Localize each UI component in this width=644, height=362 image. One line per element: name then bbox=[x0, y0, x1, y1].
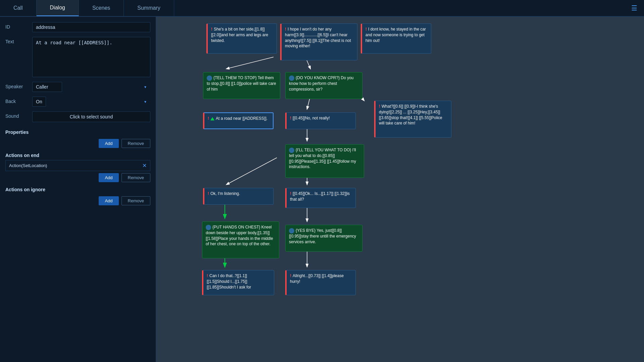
back-label: Back bbox=[5, 97, 32, 104]
top-nav: Call Dialog Scenes Summary ☰ bbox=[0, 0, 644, 17]
dialog-node-n9[interactable]: {I'LL TELL YOU WHAT TO DO} I'll tell you… bbox=[285, 144, 364, 178]
dialog-node-n5[interactable]: {DO YOU KNOW CPR?} Do you know how to pe… bbox=[285, 72, 362, 99]
dialog-node-n10[interactable]: !Ok, I'm listening. bbox=[203, 188, 274, 205]
dialog-node-n12[interactable]: {PUT HANDS ON CHEST} Kneel down beside h… bbox=[202, 221, 279, 258]
actions-ignore-add-button[interactable]: Add bbox=[99, 196, 118, 205]
text-field-row: Text At a road near [[ADDRESS]]. bbox=[5, 37, 150, 77]
dialog-node-n7[interactable]: !At a road near [[ADDRESS]]. bbox=[203, 112, 274, 129]
speaker-label: Speaker bbox=[5, 82, 32, 89]
properties-add-button[interactable]: Add bbox=[99, 139, 118, 148]
action-setlocation-label: Action(SetLocation) bbox=[9, 163, 47, 168]
dialog-node-n1[interactable]: !She's a bit on her side,[[1.8]] [[2.0]]… bbox=[206, 23, 277, 54]
action-setlocation-row: Action(SetLocation) ✕ bbox=[5, 160, 150, 171]
dialog-node-n14[interactable]: !Can I do that..?[[1.1]] [[1.5]]Should I… bbox=[202, 270, 274, 295]
id-label: ID bbox=[5, 22, 32, 30]
text-input[interactable]: At a road near [[ADDRESS]]. bbox=[32, 37, 150, 77]
dialog-node-n4[interactable]: {TELL THEM TO STOP} Tell them to stop,[[… bbox=[203, 72, 280, 99]
left-panel: ID Text At a road near [[ADDRESS]]. Spea… bbox=[0, 17, 156, 362]
canvas-inner: !She's a bit on her side,[[1.8]] [[2.0]]… bbox=[169, 20, 644, 362]
dialog-node-n6[interactable]: !What?[[0.6]] [[0.9]]I-I think she's dyi… bbox=[374, 101, 451, 138]
actions-end-header: Actions on end bbox=[5, 150, 150, 160]
text-label: Text bbox=[5, 37, 32, 44]
actions-ignore-header: Actions on ignore bbox=[5, 184, 150, 194]
actions-end-btn-row: Add Remove bbox=[5, 173, 150, 182]
tab-scenes[interactable]: Scenes bbox=[79, 0, 124, 16]
back-select-wrapper: On Off bbox=[32, 97, 150, 107]
hamburger-icon[interactable]: ☰ bbox=[625, 4, 644, 12]
tab-dialog[interactable]: Dialog bbox=[37, 0, 79, 16]
actions-end-add-button[interactable]: Add bbox=[99, 173, 118, 182]
speaker-select[interactable]: Caller Dispatcher Other bbox=[32, 82, 62, 92]
actions-end-remove-button[interactable]: Remove bbox=[121, 173, 150, 182]
sound-label: Sound bbox=[5, 111, 32, 119]
sound-button[interactable]: Click to select sound bbox=[32, 111, 150, 122]
actions-ignore-remove-button[interactable]: Remove bbox=[121, 196, 150, 205]
id-input[interactable] bbox=[32, 22, 150, 32]
tab-call[interactable]: Call bbox=[0, 0, 37, 16]
dialog-node-n13[interactable]: {YES BYE} Yes, just[[0.8]] [[0.95]]stay … bbox=[285, 225, 362, 252]
actions-ignore-btn-row: Add Remove bbox=[5, 196, 150, 205]
dialog-node-n8[interactable]: ![[0.45]]No, not really! bbox=[285, 112, 356, 129]
dialog-node-n3[interactable]: !I dont know, he stayed in the car and n… bbox=[361, 23, 431, 54]
back-select[interactable]: On Off bbox=[32, 97, 46, 107]
main-canvas[interactable]: !She's a bit on her side,[[1.8]] [[2.0]]… bbox=[156, 17, 644, 362]
properties-btn-row: Add Remove bbox=[5, 139, 150, 148]
dialog-node-n2[interactable]: !I hope I won't do her any harm[[3.9]]..… bbox=[280, 23, 357, 60]
dialog-node-n11[interactable]: ![[0.45]]Ok... Is...[[1.17]] [[1.32]]is … bbox=[285, 188, 356, 208]
id-field-row: ID bbox=[5, 22, 150, 32]
speaker-select-wrapper: Caller Dispatcher Other bbox=[32, 82, 150, 92]
properties-header: Properties bbox=[5, 127, 150, 137]
dialog-node-n15[interactable]: !Allright...[[0.73]] [[1.4]]please hurry… bbox=[285, 270, 356, 295]
speaker-field-row: Speaker Caller Dispatcher Other bbox=[5, 82, 150, 92]
action-setlocation-close[interactable]: ✕ bbox=[142, 162, 147, 169]
properties-remove-button[interactable]: Remove bbox=[121, 139, 150, 148]
sound-field-row: Sound Click to select sound bbox=[5, 111, 150, 122]
tab-summary[interactable]: Summary bbox=[124, 0, 174, 16]
back-field-row: Back On Off bbox=[5, 97, 150, 107]
